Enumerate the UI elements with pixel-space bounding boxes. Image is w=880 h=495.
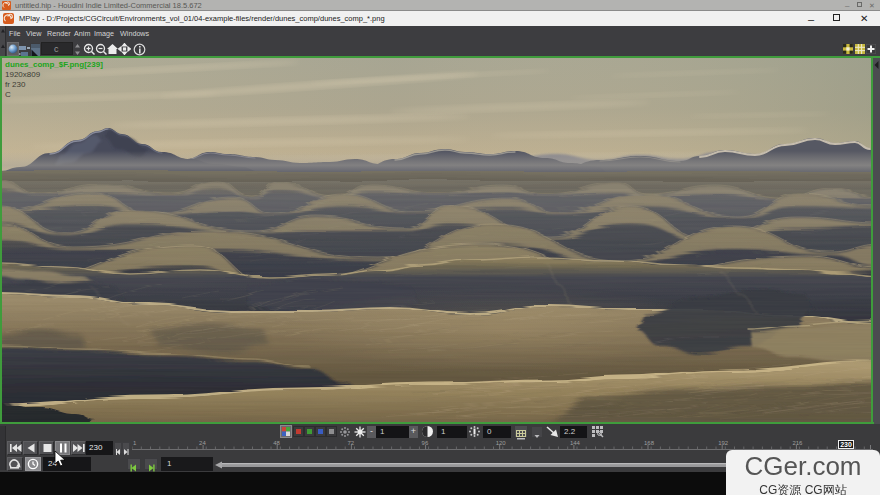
svg-text:48: 48 [273, 440, 280, 446]
svg-text:216: 216 [792, 440, 803, 446]
svg-text:24: 24 [199, 440, 206, 446]
svg-text:72: 72 [347, 440, 354, 446]
svg-text:192: 192 [718, 440, 729, 446]
svg-text:120: 120 [496, 440, 507, 446]
svg-text:144: 144 [570, 440, 581, 446]
svg-text:1: 1 [133, 440, 137, 446]
svg-text:96: 96 [422, 440, 429, 446]
svg-text:168: 168 [644, 440, 655, 446]
